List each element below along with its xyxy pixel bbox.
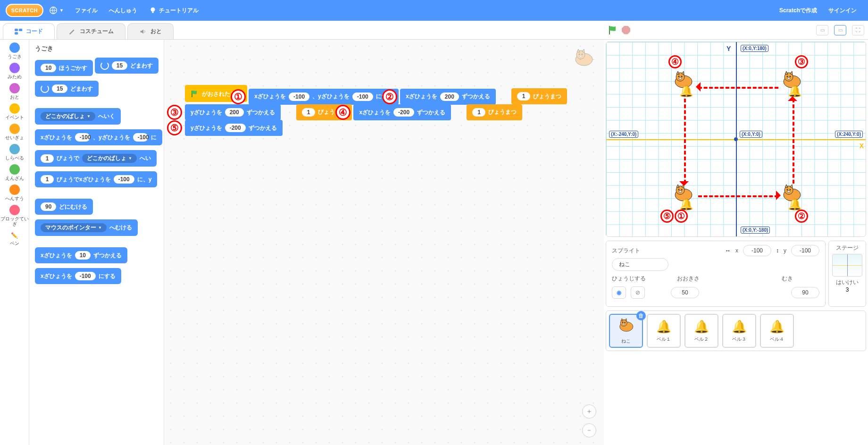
svg-rect-9 bbox=[19, 28, 22, 31]
category-ペン[interactable]: ✏️ペン bbox=[9, 230, 20, 246]
signin-link[interactable]: サインイン bbox=[828, 7, 857, 15]
stage-header: ▭ ▭ ⛶ bbox=[604, 21, 868, 40]
coord-top: (X:0,Y:180) bbox=[741, 45, 768, 52]
block-palette: うごき 10 ほうごかす 15 どまわす 15 どまわす どこかのばし bbox=[29, 40, 164, 445]
globe-icon bbox=[49, 6, 58, 15]
block-glide-xy[interactable]: 1 びょうでxざひょうを -100 に、y bbox=[35, 171, 157, 187]
zoom-in-button[interactable]: ＋ bbox=[582, 404, 596, 419]
sprite-card-ベル３[interactable]: 🔔ベル３ bbox=[722, 314, 756, 348]
annotation-3: ③ bbox=[167, 105, 182, 120]
sprite-card-ねこ[interactable]: 🗑ねこ bbox=[609, 314, 643, 348]
create-link[interactable]: Scratchで作成 bbox=[779, 7, 817, 15]
category-dot bbox=[9, 144, 20, 154]
category-ブロックていぎ[interactable]: ブロックていぎ bbox=[0, 205, 29, 227]
stage-annot-1: ① bbox=[675, 210, 688, 223]
block-point-dir[interactable]: 90 どにむける bbox=[35, 199, 93, 215]
edit-menu[interactable]: へんしゅう bbox=[109, 7, 137, 15]
category-うごき[interactable]: うごき bbox=[8, 42, 22, 59]
y-axis-label: Y bbox=[726, 45, 731, 52]
tutorials-button[interactable]: チュートリアル bbox=[149, 6, 199, 15]
script-workspace[interactable]: がおされたとき ① xざひょうを-100 、yざひょうを-100 にする ② x… bbox=[164, 40, 604, 445]
category-dot bbox=[9, 83, 20, 93]
category-イベント[interactable]: イベント bbox=[5, 103, 24, 120]
stop-button[interactable] bbox=[622, 26, 630, 34]
script-wait-3[interactable]: 1びょうまつ bbox=[467, 104, 522, 120]
block-glide-random[interactable]: 1 びょうで どこかのばしょ▼ へい bbox=[35, 150, 157, 167]
sprite-list: 🗑ねこ🔔ベル１🔔ベル２🔔ベル３🔔ベル４ bbox=[606, 311, 866, 351]
script-block-1[interactable]: ① xざひょうを-100 、yざひょうを-100 にする bbox=[249, 89, 398, 105]
stage-annot-4: ④ bbox=[668, 55, 682, 68]
category-dot bbox=[9, 185, 20, 195]
block-turn-cw[interactable]: 15 どまわす bbox=[95, 58, 159, 74]
stage-thumbnail[interactable] bbox=[832, 254, 862, 277]
sprite-info-panel: スプライト ↔ x -100 ↕ y -100 ねこ ひょうじする おおきさ bbox=[606, 241, 826, 307]
category-おと[interactable]: おと bbox=[9, 83, 20, 100]
file-menu[interactable]: ファイル bbox=[75, 7, 98, 15]
green-flag-button[interactable] bbox=[608, 25, 618, 35]
delete-sprite-button[interactable]: 🗑 bbox=[636, 311, 646, 320]
language-menu[interactable]: ▼ bbox=[49, 6, 64, 15]
tab-sounds[interactable]: おと bbox=[127, 23, 174, 39]
turn-ccw-icon bbox=[41, 84, 49, 93]
category-みため[interactable]: みため bbox=[8, 63, 22, 79]
block-change-x[interactable]: xざひょうを 10 ずつかえる bbox=[35, 247, 127, 263]
stage-annot-3: ③ bbox=[795, 55, 808, 68]
svg-point-6 bbox=[150, 8, 155, 12]
show-button[interactable]: ◉ bbox=[612, 286, 626, 299]
category-しらべる[interactable]: しらべる bbox=[5, 144, 24, 160]
sound-icon bbox=[139, 28, 148, 35]
block-goto-random[interactable]: どこかのばしょ▼ へいく bbox=[35, 108, 121, 125]
category-せいぎょ[interactable]: せいぎょ bbox=[5, 124, 24, 140]
code-icon bbox=[15, 28, 23, 35]
block-move-steps[interactable]: 10 ほうごかす bbox=[35, 60, 93, 76]
turn-cw-icon bbox=[100, 61, 109, 70]
sprite-y-input[interactable]: -100 bbox=[791, 245, 819, 256]
script-block-3[interactable]: ③ yざひょうを200ずつかえる bbox=[185, 104, 281, 120]
tab-code[interactable]: コード bbox=[3, 23, 55, 39]
coord-bottom: (X:0,Y:-180) bbox=[741, 227, 770, 234]
script-wait-1[interactable]: 1びょうまつ bbox=[511, 88, 567, 104]
stage-annot-5: ⑤ bbox=[660, 210, 674, 223]
sprite-card-ベル４[interactable]: 🔔ベル４ bbox=[760, 314, 794, 348]
green-flag-icon bbox=[191, 90, 199, 98]
small-stage-button[interactable]: ▭ bbox=[816, 25, 828, 35]
block-set-x[interactable]: xざひょうを -100 にする bbox=[35, 268, 121, 284]
category-dot bbox=[9, 103, 20, 114]
large-stage-button[interactable]: ▭ bbox=[834, 25, 846, 35]
editor-tabs: コード コスチューム おと bbox=[0, 21, 604, 40]
sprite-x-input[interactable]: -100 bbox=[743, 245, 771, 256]
category-へんすう[interactable]: へんすう bbox=[5, 185, 24, 201]
block-turn-ccw[interactable]: 15 どまわす bbox=[35, 81, 99, 97]
category-column: うごきみためおとイベントせいぎょしらべるえんざんへんすうブロックていぎ✏️ペン bbox=[0, 40, 29, 445]
backdrops-label: はいけい bbox=[836, 278, 859, 286]
block-point-towards[interactable]: マウスのポインター▼ へむける bbox=[35, 219, 138, 236]
scratch-logo[interactable]: SCRATCH bbox=[6, 4, 43, 17]
tutorials-label: チュートリアル bbox=[159, 7, 199, 15]
svg-rect-7 bbox=[152, 12, 154, 13]
fullscreen-button[interactable]: ⛶ bbox=[852, 25, 864, 35]
hide-button[interactable]: ⊘ bbox=[631, 286, 645, 299]
annotation-5: ⑤ bbox=[167, 120, 182, 135]
script-block-2[interactable]: ② xざひょうを200ずつかえる bbox=[400, 89, 496, 105]
palette-title: うごき bbox=[35, 44, 162, 53]
zoom-out-button[interactable]: － bbox=[582, 423, 596, 437]
category-えんざん[interactable]: えんざん bbox=[5, 164, 24, 181]
script-block-5[interactable]: ⑤ yざひょうを-200ずつかえる bbox=[185, 120, 283, 136]
size-input[interactable]: 50 bbox=[671, 287, 699, 298]
stage-annot-2: ② bbox=[795, 210, 808, 223]
sprite-name-input[interactable]: ねこ bbox=[612, 258, 668, 271]
sprite-card-ベル１[interactable]: 🔔ベル１ bbox=[647, 314, 681, 348]
tab-costumes[interactable]: コスチューム bbox=[57, 23, 125, 39]
stage[interactable]: Y X (X:0,Y:180) (X:0,Y:-180) (X:-240,Y:0… bbox=[606, 42, 866, 237]
script-block-4[interactable]: ④ xざひょうを-200ずつかえる bbox=[353, 104, 451, 120]
size-label: おおきさ bbox=[677, 275, 700, 283]
x-axis-label: X bbox=[860, 142, 864, 150]
sprite-card-ベル２[interactable]: 🔔ベル２ bbox=[684, 314, 718, 348]
sprite-watermark bbox=[573, 48, 594, 68]
bell-yellow: 🔔 bbox=[788, 198, 802, 211]
block-goto-xy[interactable]: xざひょうを -100 、yざひょうを -100 に bbox=[35, 129, 162, 145]
tab-code-label: コード bbox=[26, 27, 43, 35]
direction-input[interactable]: 90 bbox=[791, 287, 819, 298]
stage-title: ステージ bbox=[836, 244, 859, 252]
dir-label: むき bbox=[782, 275, 793, 283]
